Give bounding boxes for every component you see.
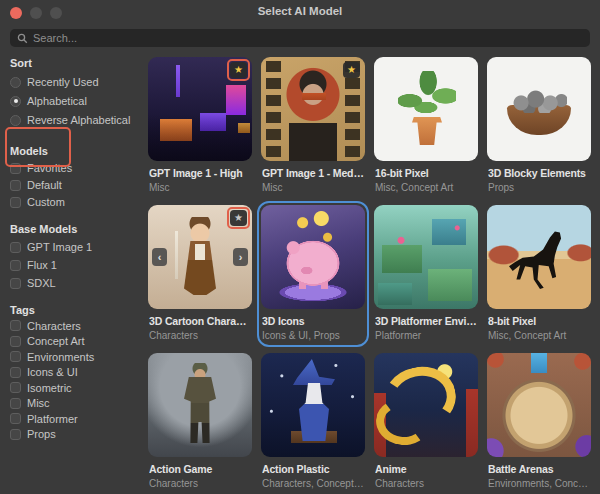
checkbox-label: Characters [27, 320, 81, 332]
favorite-star-icon[interactable]: ★ [230, 62, 247, 78]
checkbox-label: Environments [27, 351, 94, 363]
favorite-star-icon[interactable]: ★ [343, 62, 360, 78]
filter-tag-isometric[interactable]: Isometric [10, 381, 144, 395]
titlebar: Select AI Model [0, 0, 600, 24]
model-tags: Icons & UI, Props [262, 330, 364, 342]
checkbox-label: Isometric [27, 382, 72, 394]
tags-heading: Tags [10, 304, 144, 317]
filter-tag-platformer[interactable]: Platformer [10, 412, 144, 426]
model-thumbnail-wizard [261, 353, 365, 457]
model-tags: Characters, Concept Art [262, 478, 364, 490]
favorite-star-icon[interactable]: ★ [230, 210, 247, 226]
filter-tag-props[interactable]: Props [10, 428, 144, 442]
model-card-3d-blocky-elements[interactable]: 3D Blocky Elements Props [487, 57, 591, 195]
model-tags: Misc [149, 182, 251, 194]
filter-tag-concept-art[interactable]: Concept Art [10, 335, 144, 349]
checkbox-gpt-image-1[interactable] [10, 242, 21, 253]
checkbox-label: Flux 1 [27, 259, 57, 271]
carousel-prev-button[interactable]: ‹ [152, 248, 167, 266]
checkbox-custom[interactable] [10, 197, 21, 208]
model-tags: Misc, Concept Art [488, 330, 590, 342]
radio-label: Reverse Alphabetical [27, 114, 130, 126]
model-card-3d-icons-selected[interactable]: 3D Icons Icons & UI, Props [261, 205, 365, 343]
checkbox-characters[interactable] [10, 320, 21, 331]
model-name: Action Game [149, 463, 251, 476]
model-tags: Environments, Concept Art [488, 478, 590, 490]
model-card-3d-cartoon-characters[interactable]: ★ ‹ › 3D Cartoon Characters Characters [148, 205, 252, 343]
model-name: 3D Icons [262, 315, 364, 328]
checkbox-favorites[interactable] [10, 163, 21, 174]
base-models-heading: Base Models [10, 223, 144, 236]
model-card-8-bit-pixel[interactable]: 8-bit Pixel Misc, Concept Art [487, 205, 591, 343]
model-card-gpt-image-1-medium[interactable]: ★ GPT Image 1 - Medium Misc [261, 57, 365, 195]
checkbox-concept-art[interactable] [10, 336, 21, 347]
model-card-3d-platformer-environments[interactable]: 3D Platformer Environme... Platformer [374, 205, 478, 343]
radio-alphabetical-selected[interactable] [10, 96, 21, 107]
window-title: Select AI Model [0, 0, 600, 22]
sort-section: Sort Recently Used Alphabetical Reverse … [10, 57, 144, 127]
model-tags: Characters [149, 478, 251, 490]
models-section: Models Favorites Default Custom [10, 145, 144, 209]
close-window-button[interactable] [10, 7, 22, 19]
model-thumbnail-tattoo-poster: ★ [261, 57, 365, 161]
checkbox-label: Concept Art [27, 335, 84, 347]
checkbox-icons-ui[interactable] [10, 367, 21, 378]
model-name: 16-bit Pixel [375, 167, 477, 180]
model-name: Anime [375, 463, 477, 476]
checkbox-label: Props [27, 428, 56, 440]
model-name: 3D Blocky Elements [488, 167, 590, 180]
model-thumbnail-soldier [148, 353, 252, 457]
model-thumbnail-arena [487, 353, 591, 457]
radio-label: Alphabetical [27, 95, 87, 107]
zoom-window-button[interactable] [50, 7, 62, 19]
checkbox-label: Favorites [27, 162, 72, 174]
model-thumbnail-steampunk-character: ★ ‹ › [148, 205, 252, 309]
model-thumbnail-piggy-bank [261, 205, 365, 309]
checkbox-environments[interactable] [10, 351, 21, 362]
sort-option-recently-used[interactable]: Recently Used [10, 75, 144, 89]
annotation-box-favorite-star: ★ [227, 59, 250, 81]
checkbox-props[interactable] [10, 429, 21, 440]
model-card-16-bit-pixel[interactable]: 16-bit Pixel Misc, Concept Art [374, 57, 478, 195]
checkbox-misc[interactable] [10, 398, 21, 409]
filter-favorites[interactable]: Favorites [10, 161, 144, 175]
filter-default[interactable]: Default [10, 178, 144, 192]
model-tags: Misc [262, 182, 364, 194]
filter-tag-misc[interactable]: Misc [10, 397, 144, 411]
filter-tag-environments[interactable]: Environments [10, 350, 144, 364]
search-bar[interactable] [10, 29, 590, 47]
model-name: Action Plastic [262, 463, 364, 476]
filter-tag-icons-ui[interactable]: Icons & UI [10, 366, 144, 380]
model-card-gpt-image-1-high[interactable]: ★ GPT Image 1 - High Misc [148, 57, 252, 195]
filter-gpt-image-1[interactable]: GPT Image 1 [10, 240, 144, 254]
model-thumbnail-pixel-horse [487, 205, 591, 309]
model-card-action-plastic[interactable]: Action Plastic Characters, Concept Art [261, 353, 365, 491]
filter-tag-characters[interactable]: Characters [10, 319, 144, 333]
checkbox-label: GPT Image 1 [27, 241, 92, 253]
checkbox-isometric[interactable] [10, 382, 21, 393]
checkbox-default[interactable] [10, 180, 21, 191]
model-card-action-game[interactable]: Action Game Characters [148, 353, 252, 491]
model-thumbnail-platformer-blocks [374, 205, 478, 309]
model-tags: Platformer [375, 330, 477, 342]
carousel-next-button[interactable]: › [233, 248, 248, 266]
model-thumbnail-stone-bowl [487, 57, 591, 161]
checkbox-sdxl[interactable] [10, 278, 21, 289]
radio-reverse-alphabetical[interactable] [10, 115, 21, 126]
model-card-anime[interactable]: Anime Characters [374, 353, 478, 491]
model-grid: ★ GPT Image 1 - High Misc ★ GPT Image 1 … [148, 57, 591, 491]
radio-recently-used[interactable] [10, 77, 21, 88]
model-name: 3D Cartoon Characters [149, 315, 251, 328]
filter-flux-1[interactable]: Flux 1 [10, 258, 144, 272]
checkbox-platformer[interactable] [10, 413, 21, 424]
filter-custom[interactable]: Custom [10, 195, 144, 209]
annotation-box-favorite-star: ★ [227, 207, 250, 229]
filter-sdxl[interactable]: SDXL [10, 276, 144, 290]
sort-option-alphabetical[interactable]: Alphabetical [10, 94, 144, 108]
sort-option-reverse-alphabetical[interactable]: Reverse Alphabetical [10, 113, 144, 127]
checkbox-flux-1[interactable] [10, 260, 21, 271]
minimize-window-button[interactable] [30, 7, 42, 19]
model-card-battle-arenas[interactable]: Battle Arenas Environments, Concept Art [487, 353, 591, 491]
search-input[interactable] [33, 32, 583, 44]
radio-label: Recently Used [27, 76, 99, 88]
